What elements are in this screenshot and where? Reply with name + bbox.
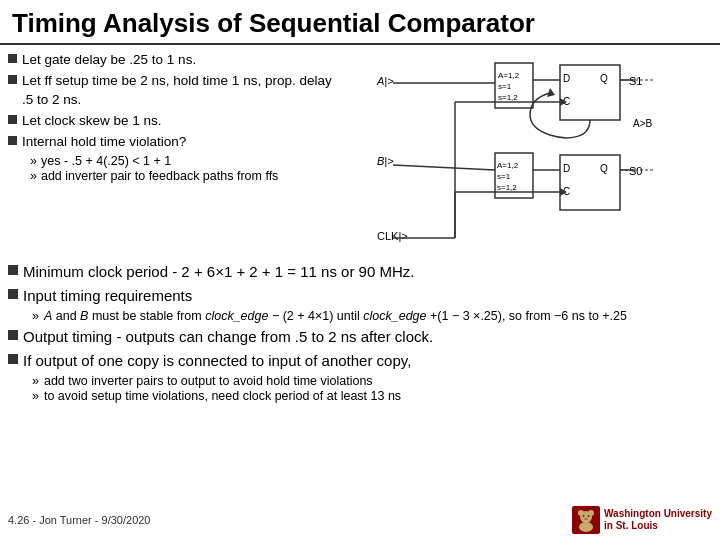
bullet-3: Let clock skew be 1 ns. [8, 112, 340, 130]
large-bullet-icon-1 [8, 265, 18, 275]
svg-text:A|>: A|> [376, 75, 394, 87]
circuit-diagram: A|> B|> CLK|> D Q C S1 [348, 51, 712, 255]
svg-text:S1: S1 [629, 75, 642, 87]
bullet-1: Let gate delay be .25 to 1 ns. [8, 51, 340, 69]
large-sub-bullet-4-0: add two inverter pairs to output to avoi… [32, 374, 712, 388]
large-bullet-1: Minimum clock period - 2 + 6×1 + 2 + 1 =… [8, 261, 712, 282]
bullet-icon-1 [8, 54, 17, 63]
large-sub-bullet-text-2-0: A and B must be stable from clock_edge −… [44, 309, 627, 323]
bullet-icon-2 [8, 75, 17, 84]
svg-text:Q: Q [600, 73, 608, 84]
large-bullets-section: Minimum clock period - 2 + 6×1 + 2 + 1 =… [0, 261, 720, 406]
logo-text: Washington University in St. Louis [604, 508, 712, 532]
circuit-svg: A|> B|> CLK|> D Q C S1 [375, 55, 685, 255]
footer: 4.26 - Jon Turner - 9/30/2020 Washington… [8, 506, 712, 534]
svg-text:Q: Q [600, 163, 608, 174]
svg-text:CLK|>: CLK|> [377, 230, 408, 242]
footer-right: Washington University in St. Louis [572, 506, 712, 534]
large-bullet-text-3: Output timing - outputs can change from … [23, 326, 433, 347]
large-sub-bullets-4: add two inverter pairs to output to avoi… [32, 374, 712, 403]
bullet-4: Internal hold time violation? [8, 133, 340, 151]
large-bullet-4: If output of one copy is connected to in… [8, 350, 712, 371]
bullet-text-2: Let ff setup time be 2 ns, hold time 1 n… [22, 72, 340, 108]
large-sub-bullet-2-0: A and B must be stable from clock_edge −… [32, 309, 712, 323]
svg-text:s=1,2: s=1,2 [498, 93, 518, 102]
svg-text:D: D [563, 73, 570, 84]
svg-text:s=1: s=1 [497, 172, 511, 181]
svg-text:A=1,2: A=1,2 [497, 161, 519, 170]
bullet-icon-3 [8, 115, 17, 124]
svg-text:s=1: s=1 [498, 82, 512, 91]
large-sub-bullets-2: A and B must be stable from clock_edge −… [32, 309, 712, 323]
svg-text:A=1,2: A=1,2 [498, 71, 520, 80]
bullet-icon-4 [8, 136, 17, 145]
footer-left-text: 4.26 - Jon Turner - 9/30/2020 [8, 514, 150, 526]
sub-bullet-4-0: yes - .5 + 4(.25) < 1 + 1 [30, 154, 340, 168]
svg-point-49 [584, 518, 588, 520]
svg-text:D: D [563, 163, 570, 174]
bear-logo-icon [572, 506, 600, 534]
large-bullet-icon-2 [8, 289, 18, 299]
bullet-text-1: Let gate delay be .25 to 1 ns. [22, 51, 196, 69]
sub-bullet-text-4-1: add inverter pair to feedback paths from… [41, 169, 278, 183]
large-bullet-2: Input timing requirements [8, 285, 712, 306]
page-title: Timing Analysis of Sequential Comparator [0, 0, 720, 45]
svg-text:s=1,2: s=1,2 [497, 183, 517, 192]
large-bullet-text-4: If output of one copy is connected to in… [23, 350, 411, 371]
svg-text:B|>: B|> [377, 155, 394, 167]
large-sub-bullet-text-4-0: add two inverter pairs to output to avoi… [44, 374, 373, 388]
bullet-2: Let ff setup time be 2 ns, hold time 1 n… [8, 72, 340, 108]
university-logo: Washington University in St. Louis [572, 506, 712, 534]
large-bullet-icon-3 [8, 330, 18, 340]
sub-bullets-4: yes - .5 + 4(.25) < 1 + 1 add inverter p… [30, 154, 340, 183]
svg-point-47 [583, 515, 585, 517]
svg-point-48 [588, 515, 590, 517]
large-bullet-text-1: Minimum clock period - 2 + 6×1 + 2 + 1 =… [23, 261, 414, 282]
sub-bullet-text-4-0: yes - .5 + 4(.25) < 1 + 1 [41, 154, 171, 168]
svg-point-50 [579, 522, 593, 532]
sub-bullet-4-1: add inverter pair to feedback paths from… [30, 169, 340, 183]
large-bullet-3: Output timing - outputs can change from … [8, 326, 712, 347]
large-sub-bullet-4-1: to avoid setup time violations, need clo… [32, 389, 712, 403]
left-column: Let gate delay be .25 to 1 ns. Let ff se… [8, 51, 348, 255]
large-bullet-icon-4 [8, 354, 18, 364]
bullet-text-3: Let clock skew be 1 ns. [22, 112, 162, 130]
large-bullet-text-2: Input timing requirements [23, 285, 192, 306]
bullet-text-4: Internal hold time violation? [22, 133, 186, 151]
large-sub-bullet-text-4-1: to avoid setup time violations, need clo… [44, 389, 401, 403]
svg-text:S0: S0 [629, 165, 642, 177]
svg-text:A>B: A>B [633, 118, 653, 129]
